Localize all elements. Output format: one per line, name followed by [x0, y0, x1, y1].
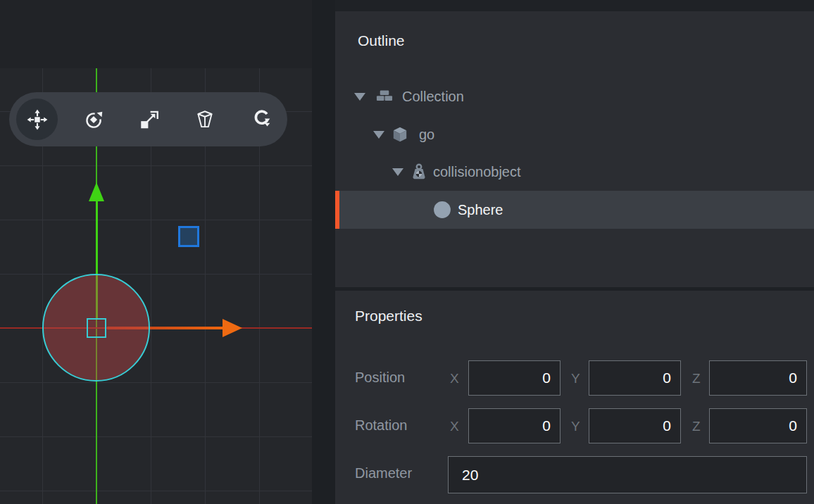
properties-panel-title: Properties — [355, 308, 422, 325]
rotation-label: Rotation — [355, 417, 408, 434]
move-gizmo-x-arrowhead[interactable] — [223, 319, 242, 337]
orbit-camera-button[interactable] — [241, 99, 282, 140]
perspective-camera-button[interactable] — [184, 99, 226, 140]
rotate-tool-button[interactable] — [73, 99, 115, 140]
position-z-axis-label: Z — [692, 371, 701, 386]
position-y-axis-label: Y — [571, 371, 580, 386]
tree-item-collection[interactable]: Collection — [335, 77, 814, 115]
move-tool-icon — [26, 108, 49, 131]
position-y-input[interactable] — [589, 360, 681, 396]
orbit-camera-icon — [250, 108, 273, 131]
scene-viewport[interactable] — [0, 68, 312, 504]
panel-divider — [335, 287, 814, 291]
outline-panel-title: Outline — [358, 32, 405, 49]
tree-item-go[interactable]: go — [335, 115, 814, 153]
collapse-arrow-icon[interactable] — [392, 168, 403, 176]
position-x-axis-label: X — [450, 371, 459, 386]
rotation-y-axis-label: Y — [571, 419, 580, 434]
panel-top-strip — [335, 0, 814, 11]
tree-item-label: Collection — [402, 77, 464, 115]
collection-icon — [375, 87, 394, 106]
scale-tool-button[interactable] — [129, 99, 170, 140]
viewport-top-band — [0, 0, 312, 68]
rotation-z-input[interactable] — [709, 408, 807, 443]
rotation-y-input[interactable] — [589, 408, 681, 443]
game-object-icon — [391, 125, 409, 144]
rotate-tool-icon — [82, 108, 105, 131]
move-gizmo-y-arrowhead[interactable] — [89, 182, 104, 201]
rotation-x-input[interactable] — [468, 408, 561, 443]
scale-tool-icon — [138, 108, 161, 131]
viewport-toolbar — [9, 92, 287, 146]
position-x-input[interactable] — [468, 360, 561, 396]
position-label: Position — [355, 370, 405, 386]
rotation-x-axis-label: X — [450, 419, 459, 434]
rotation-z-axis-label: Z — [692, 419, 701, 434]
selection-accent-bar — [335, 191, 339, 229]
tree-item-collisionobject[interactable]: collisionobject — [335, 153, 814, 191]
diameter-input[interactable] — [448, 456, 807, 493]
position-z-input[interactable] — [709, 360, 807, 396]
collapse-arrow-icon[interactable] — [373, 131, 384, 139]
tree-item-label: collisionobject — [433, 153, 521, 191]
box-node[interactable] — [178, 226, 199, 247]
diameter-label: Diameter — [355, 465, 412, 481]
sphere-icon — [433, 201, 451, 219]
move-tool-button[interactable] — [16, 99, 58, 140]
perspective-camera-icon — [194, 108, 216, 131]
tree-item-sphere[interactable]: Sphere — [335, 191, 814, 229]
collision-object-icon — [410, 163, 428, 181]
tree-item-label: Sphere — [458, 191, 503, 229]
right-panel: Outline Collection go collis — [335, 0, 814, 504]
move-gizmo-center-handle[interactable] — [87, 318, 106, 338]
collapse-arrow-icon[interactable] — [354, 93, 365, 101]
tree-item-label: go — [419, 115, 434, 153]
